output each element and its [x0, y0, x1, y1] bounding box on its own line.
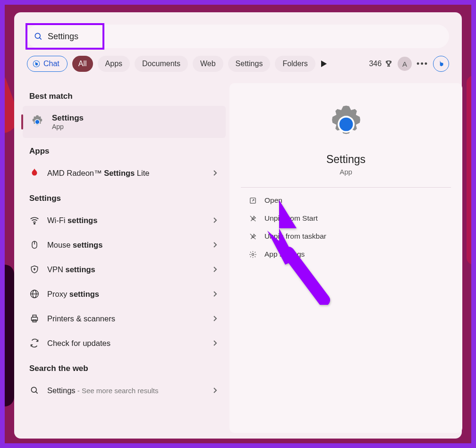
unpin-icon	[248, 233, 257, 241]
filter-all[interactable]: All	[72, 56, 93, 72]
action-unpin-start[interactable]: Unpin from Start	[230, 209, 462, 227]
best-match-subtitle: App	[52, 123, 84, 130]
search-icon	[29, 386, 40, 395]
unpin-icon	[248, 215, 257, 223]
svg-point-0	[35, 33, 40, 38]
shield-icon	[29, 264, 40, 275]
result-vpn-settings[interactable]: VPN settings	[23, 257, 226, 282]
svg-point-4	[35, 120, 40, 124]
svg-point-7	[34, 223, 35, 224]
action-unpin-taskbar[interactable]: Unpin from taskbar	[230, 227, 462, 245]
bing-chat-icon	[32, 60, 41, 68]
sync-icon	[29, 338, 40, 348]
action-app-settings[interactable]: App settings	[230, 245, 462, 263]
chevron-right-icon	[212, 387, 217, 394]
search-bar[interactable]	[27, 25, 449, 48]
result-web-search[interactable]: Settings - See more search results	[23, 378, 226, 403]
action-unpin-taskbar-label: Unpin from taskbar	[264, 232, 326, 241]
more-options-icon[interactable]: •••	[416, 59, 428, 69]
open-icon	[248, 197, 257, 205]
chat-label: Chat	[43, 60, 60, 68]
svg-line-19	[36, 392, 38, 394]
chevron-right-icon	[212, 266, 217, 273]
settings-heading: Settings	[29, 194, 226, 203]
svg-point-21	[339, 118, 353, 131]
result-wifi-settings[interactable]: Wi-Fi settings	[23, 208, 226, 233]
search-input[interactable]	[48, 32, 449, 42]
action-app-settings-label: App settings	[264, 250, 305, 258]
svg-point-10	[34, 268, 35, 270]
svg-line-1	[40, 38, 42, 40]
more-filters-arrow-icon[interactable]	[321, 60, 327, 67]
search-panel: Chat All Apps Documents Web Settings Fol…	[14, 12, 462, 439]
action-open[interactable]: Open	[230, 191, 462, 209]
svg-point-23	[252, 253, 254, 255]
preview-panel: Settings App Open Unpin from Start Unpin…	[230, 83, 462, 433]
best-match-result[interactable]: Settings App	[23, 106, 226, 138]
mouse-icon	[29, 240, 40, 250]
points-value: 346	[369, 60, 382, 68]
result-amd-settings[interactable]: AMD Radeon™ Settings Lite	[23, 161, 226, 185]
svg-point-6	[35, 172, 37, 174]
chevron-right-icon	[212, 291, 217, 297]
search-icon	[34, 32, 43, 41]
filter-apps[interactable]: Apps	[98, 56, 130, 72]
action-unpin-start-label: Unpin from Start	[264, 214, 318, 223]
result-check-updates[interactable]: Check for updates	[23, 331, 226, 355]
bing-button[interactable]	[433, 56, 449, 72]
bing-icon	[437, 60, 445, 68]
settings-gear-icon	[326, 104, 366, 145]
svg-rect-16	[33, 315, 36, 318]
preview-subtitle: App	[340, 168, 352, 176]
result-mouse-settings[interactable]: Mouse settings	[23, 233, 226, 257]
chat-chip[interactable]: Chat	[27, 56, 68, 72]
printer-icon	[29, 313, 40, 324]
wifi-icon	[29, 215, 40, 225]
filter-row: Chat All Apps Documents Web Settings Fol…	[27, 55, 449, 73]
filter-web[interactable]: Web	[193, 56, 223, 72]
result-printers-scanners[interactable]: Printers & scanners	[23, 306, 226, 331]
chevron-right-icon	[212, 217, 217, 224]
chevron-right-icon	[212, 241, 217, 248]
amd-icon	[29, 168, 40, 178]
preview-title: Settings	[326, 153, 366, 166]
svg-point-5	[32, 171, 34, 173]
gear-icon	[248, 250, 257, 258]
filter-documents[interactable]: Documents	[135, 56, 188, 72]
globe-icon	[29, 289, 40, 299]
filter-folders[interactable]: Folders	[275, 56, 315, 72]
best-match-heading: Best match	[29, 92, 226, 101]
avatar-letter: A	[402, 60, 407, 68]
search-web-heading: Search the web	[29, 364, 226, 373]
svg-point-18	[31, 387, 36, 392]
chevron-right-icon	[212, 315, 217, 322]
chevron-right-icon	[212, 340, 217, 346]
action-open-label: Open	[264, 196, 282, 205]
rewards-points[interactable]: 346	[369, 60, 393, 68]
account-avatar[interactable]: A	[398, 57, 412, 71]
settings-gear-icon	[29, 114, 45, 130]
filter-settings[interactable]: Settings	[228, 56, 271, 72]
apps-heading: Apps	[29, 146, 226, 156]
divider	[241, 187, 451, 188]
best-match-title: Settings	[52, 113, 84, 123]
chevron-right-icon	[212, 170, 217, 176]
result-proxy-settings[interactable]: Proxy settings	[23, 282, 226, 306]
trophy-icon	[384, 60, 393, 68]
results-column: Best match Settings App Apps AMD Radeon™…	[23, 83, 226, 403]
